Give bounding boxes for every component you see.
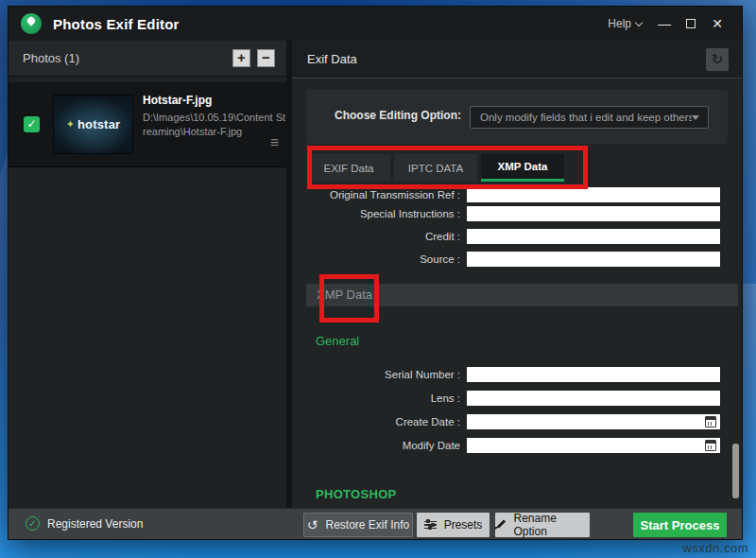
refresh-button[interactable]: ↻ [706,48,729,71]
data-tabs: EXIF Data IPTC DATA XMP Data [307,154,564,182]
xmp-data-section-header: XMP Data [306,284,738,306]
photo-filename: Hotstar-F.jpg [143,94,286,107]
photo-checkbox[interactable]: ✓ [24,116,40,132]
bottom-bar: ✓ Registered Version ↺ Restore Exif Info… [9,508,742,539]
item-menu-icon[interactable]: ≡ [270,134,279,151]
photoshop-section-label: PHOTOSHOP [316,487,397,501]
restore-icon: ↺ [307,518,318,532]
scrollbar-thumb[interactable] [732,444,739,498]
modify-date-input[interactable] [467,438,720,453]
field-row: Original Transmission Ref : [306,187,738,202]
restore-exif-info-button[interactable]: ↺ Restore Exif Info [303,513,413,537]
field-label-source: Source : [306,253,460,265]
exif-data-header: Exif Data ↻ [292,41,742,78]
serial-number-input[interactable] [467,367,720,382]
calendar-icon[interactable] [705,440,716,451]
fields-scroll-area: Original Transmission Ref : Special Inst… [306,183,738,508]
tab-xmp-data[interactable]: XMP Data [481,154,564,182]
create-date-input[interactable] [467,414,720,429]
app-logo-icon [21,13,42,34]
editing-option-dropdown[interactable]: Only modify fields that i edit and keep … [470,106,709,129]
photo-list-item[interactable]: ✓ ✦ hotstar Hotstar-F.jpg D:\Images\10.0… [9,82,286,167]
credit-input[interactable] [467,229,720,244]
field-label-create-date: Create Date : [306,416,460,427]
registered-version-status: ✓ Registered Version [26,516,143,531]
field-label-special-instructions: Special Instructions : [306,208,460,219]
help-label: Help [608,17,631,30]
thumbnail-brand-text: hotstar [77,117,120,131]
field-row: Serial Number : [306,367,738,382]
minimize-button[interactable]: — [651,11,678,36]
editing-option-value: Only modify fields that i edit and keep … [471,112,692,123]
maximize-button[interactable] [678,11,704,36]
help-menu[interactable]: Help [598,11,651,36]
hotstar-star-icon: ✦ [66,118,75,131]
photos-panel: Photos (1) + − ✓ ✦ hotstar Hotstar-F.jpg… [9,41,292,508]
photo-thumbnail: ✦ hotstar [53,95,133,154]
watermark-text: wsxdn.com [682,541,748,555]
presets-button[interactable]: Presets [417,513,490,537]
field-row: Lens : [306,391,738,406]
exif-data-title: Exif Data [307,52,357,66]
app-title: Photos Exif Editor [53,16,180,32]
field-row: Create Date : [306,414,738,429]
special-instructions-input[interactable] [467,206,720,221]
field-row: Modify Date [306,438,738,453]
editing-option-label: Choose Editing Option: [335,109,461,122]
exif-data-panel: Exif Data ↻ Choose Editing Option: Only … [292,41,742,508]
title-bar: Photos Exif Editor Help — ✕ [9,7,742,41]
add-photo-button[interactable]: + [232,49,250,67]
pencil-icon [495,519,507,531]
start-process-button[interactable]: Start Process [633,513,727,537]
field-row: Source : [306,252,738,267]
exif-content: Choose Editing Option: Only modify field… [292,78,742,508]
field-label-serial-number: Serial Number : [306,369,460,380]
rename-option-button[interactable]: Rename Option [495,513,590,537]
lens-input[interactable] [467,391,720,406]
tab-iptc-data[interactable]: IPTC DATA [394,154,477,182]
editing-option-box: Choose Editing Option: Only modify field… [306,90,728,144]
tab-exif-data[interactable]: EXIF Data [307,154,390,182]
maximize-icon [686,19,696,28]
registered-check-icon: ✓ [26,516,40,531]
registered-version-label: Registered Version [47,517,143,531]
field-label-original-transmission-ref: Original Transmission Ref : [306,189,460,201]
photos-panel-header: Photos (1) + − [9,41,286,77]
field-label-credit: Credit : [306,231,460,242]
refresh-icon: ↻ [712,51,724,67]
close-button[interactable]: ✕ [704,11,730,36]
field-label-modify-date: Modify Date [306,440,460,451]
general-section-label: General [316,334,359,348]
field-row: Special Instructions : [306,206,738,221]
field-label-lens: Lens : [306,392,460,404]
field-row: Credit : [306,229,738,244]
photo-filepath: D:\Images\10.05.19\Content Streaming\Hot… [143,111,286,140]
sliders-icon [424,521,437,530]
source-input[interactable] [467,252,720,267]
chevron-down-icon [635,18,643,26]
remove-photo-button[interactable]: − [257,49,275,67]
app-window: Photos Exif Editor Help — ✕ Photos (1) +… [8,6,743,540]
calendar-icon[interactable] [705,416,716,427]
original-transmission-ref-input[interactable] [467,187,720,202]
dropdown-caret-icon [692,115,699,120]
photos-count-label: Photos (1) [23,51,79,65]
